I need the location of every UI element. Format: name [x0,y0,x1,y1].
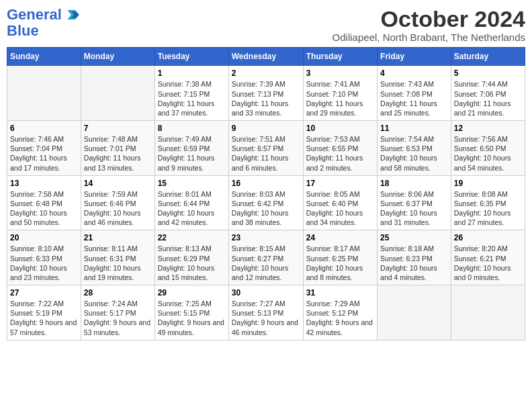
day-number: 28 [84,288,152,298]
calendar-week-row: 13Sunrise: 7:58 AMSunset: 6:48 PMDayligh… [7,175,525,230]
day-info: Sunrise: 8:10 AMSunset: 6:33 PMDaylight:… [10,244,78,282]
calendar-cell: 3Sunrise: 7:41 AMSunset: 7:10 PMDaylight… [303,66,377,121]
day-info: Sunrise: 8:20 AMSunset: 6:21 PMDaylight:… [454,244,522,282]
calendar-cell [451,285,525,340]
day-info: Sunrise: 7:54 AMSunset: 6:53 PMDaylight:… [380,134,448,173]
day-info: Sunrise: 8:17 AMSunset: 6:25 PMDaylight:… [306,244,374,282]
day-number: 2 [232,68,300,78]
calendar-cell: 11Sunrise: 7:54 AMSunset: 6:53 PMDayligh… [378,121,451,176]
day-info: Sunrise: 7:53 AMSunset: 6:55 PMDaylight:… [306,134,374,173]
day-info: Sunrise: 8:01 AMSunset: 6:44 PMDaylight:… [158,189,226,228]
day-number: 9 [232,124,300,133]
calendar-cell: 24Sunrise: 8:17 AMSunset: 6:25 PMDayligh… [303,230,377,285]
day-number: 12 [454,124,522,133]
calendar-cell: 20Sunrise: 8:10 AMSunset: 6:33 PMDayligh… [7,230,81,285]
day-header-wednesday: Wednesday [228,48,303,66]
calendar-week-row: 20Sunrise: 8:10 AMSunset: 6:33 PMDayligh… [7,230,525,285]
calendar-body: 1Sunrise: 7:38 AMSunset: 7:15 PMDaylight… [7,66,525,340]
day-info: Sunrise: 8:05 AMSunset: 6:40 PMDaylight:… [306,189,374,228]
day-number: 15 [158,179,226,188]
day-info: Sunrise: 7:58 AMSunset: 6:48 PMDaylight:… [10,189,78,228]
calendar-cell: 14Sunrise: 7:59 AMSunset: 6:46 PMDayligh… [81,175,154,230]
calendar-cell: 21Sunrise: 8:11 AMSunset: 6:31 PMDayligh… [81,230,154,285]
day-info: Sunrise: 7:49 AMSunset: 6:59 PMDaylight:… [158,134,226,173]
logo-arrow-icon [67,10,79,19]
calendar-table: SundayMondayTuesdayWednesdayThursdayFrid… [7,47,525,340]
logo-text: General [7,7,79,23]
day-header-tuesday: Tuesday [154,48,228,66]
calendar-cell: 28Sunrise: 7:24 AMSunset: 5:17 PMDayligh… [81,285,154,340]
day-number: 17 [306,179,374,188]
day-number: 26 [454,233,522,242]
calendar-cell: 19Sunrise: 8:08 AMSunset: 6:35 PMDayligh… [451,175,525,230]
logo: General Blue [7,7,79,39]
calendar-cell: 9Sunrise: 7:51 AMSunset: 6:57 PMDaylight… [228,121,303,176]
day-number: 20 [10,233,78,242]
day-number: 25 [380,233,448,242]
calendar-cell: 25Sunrise: 8:18 AMSunset: 6:23 PMDayligh… [378,230,451,285]
calendar-week-row: 1Sunrise: 7:38 AMSunset: 7:15 PMDaylight… [7,66,525,121]
calendar-week-row: 6Sunrise: 7:46 AMSunset: 7:04 PMDaylight… [7,121,525,176]
calendar-cell: 2Sunrise: 7:39 AMSunset: 7:13 PMDaylight… [228,66,303,121]
calendar-cell: 29Sunrise: 7:25 AMSunset: 5:15 PMDayligh… [154,285,228,340]
day-number: 16 [232,179,300,188]
calendar-cell [81,66,154,121]
calendar-cell: 12Sunrise: 7:56 AMSunset: 6:50 PMDayligh… [451,121,525,176]
day-number: 22 [158,233,226,242]
day-header-sunday: Sunday [7,48,81,66]
day-header-friday: Friday [378,48,451,66]
calendar-header-row: SundayMondayTuesdayWednesdayThursdayFrid… [7,48,525,66]
calendar-cell: 17Sunrise: 8:05 AMSunset: 6:40 PMDayligh… [303,175,377,230]
day-number: 31 [306,288,374,298]
day-info: Sunrise: 7:44 AMSunset: 7:06 PMDaylight:… [454,79,522,118]
day-info: Sunrise: 8:13 AMSunset: 6:29 PMDaylight:… [158,244,226,282]
day-info: Sunrise: 7:46 AMSunset: 7:04 PMDaylight:… [10,134,78,173]
calendar-cell: 6Sunrise: 7:46 AMSunset: 7:04 PMDaylight… [7,121,81,176]
day-number: 11 [380,124,448,133]
page-header: General Blue October 2024 Odiliapeel, No… [7,7,525,43]
calendar-cell: 1Sunrise: 7:38 AMSunset: 7:15 PMDaylight… [154,66,228,121]
day-info: Sunrise: 8:06 AMSunset: 6:37 PMDaylight:… [380,189,448,228]
day-number: 5 [454,68,522,78]
day-info: Sunrise: 7:59 AMSunset: 6:46 PMDaylight:… [84,189,152,228]
calendar-cell [7,66,81,121]
logo-blue-text: Blue [7,22,39,39]
day-header-saturday: Saturday [451,48,525,66]
day-info: Sunrise: 7:41 AMSunset: 7:10 PMDaylight:… [306,79,374,118]
day-info: Sunrise: 7:38 AMSunset: 7:15 PMDaylight:… [158,79,226,118]
calendar-cell: 30Sunrise: 7:27 AMSunset: 5:13 PMDayligh… [228,285,303,340]
calendar-cell: 16Sunrise: 8:03 AMSunset: 6:42 PMDayligh… [228,175,303,230]
day-header-thursday: Thursday [303,48,377,66]
day-info: Sunrise: 7:39 AMSunset: 7:13 PMDaylight:… [232,79,300,118]
day-info: Sunrise: 8:18 AMSunset: 6:23 PMDaylight:… [380,244,448,282]
day-number: 24 [306,233,374,242]
day-info: Sunrise: 7:43 AMSunset: 7:08 PMDaylight:… [380,79,448,118]
calendar-cell: 18Sunrise: 8:06 AMSunset: 6:37 PMDayligh… [378,175,451,230]
day-number: 21 [84,233,152,242]
day-info: Sunrise: 8:11 AMSunset: 6:31 PMDaylight:… [84,244,152,282]
day-number: 18 [380,179,448,188]
day-number: 3 [306,68,374,78]
calendar-cell: 27Sunrise: 7:22 AMSunset: 5:19 PMDayligh… [7,285,81,340]
day-number: 13 [10,179,78,188]
day-info: Sunrise: 7:25 AMSunset: 5:15 PMDaylight:… [158,299,226,337]
day-number: 1 [158,68,226,78]
calendar-cell: 13Sunrise: 7:58 AMSunset: 6:48 PMDayligh… [7,175,81,230]
calendar-week-row: 27Sunrise: 7:22 AMSunset: 5:19 PMDayligh… [7,285,525,340]
day-info: Sunrise: 7:29 AMSunset: 5:12 PMDaylight:… [306,299,374,337]
day-info: Sunrise: 8:08 AMSunset: 6:35 PMDaylight:… [454,189,522,228]
day-info: Sunrise: 8:03 AMSunset: 6:42 PMDaylight:… [232,189,300,228]
day-info: Sunrise: 7:22 AMSunset: 5:19 PMDaylight:… [10,299,78,337]
day-info: Sunrise: 7:48 AMSunset: 7:01 PMDaylight:… [84,134,152,173]
calendar-cell: 22Sunrise: 8:13 AMSunset: 6:29 PMDayligh… [154,230,228,285]
day-number: 23 [232,233,300,242]
month-title: October 2024 [332,7,525,32]
day-info: Sunrise: 7:24 AMSunset: 5:17 PMDaylight:… [84,299,152,337]
day-info: Sunrise: 7:51 AMSunset: 6:57 PMDaylight:… [232,134,300,173]
day-number: 7 [84,124,152,133]
calendar-cell: 26Sunrise: 8:20 AMSunset: 6:21 PMDayligh… [451,230,525,285]
day-number: 4 [380,68,448,78]
day-number: 30 [232,288,300,298]
day-number: 29 [158,288,226,298]
day-number: 8 [158,124,226,133]
